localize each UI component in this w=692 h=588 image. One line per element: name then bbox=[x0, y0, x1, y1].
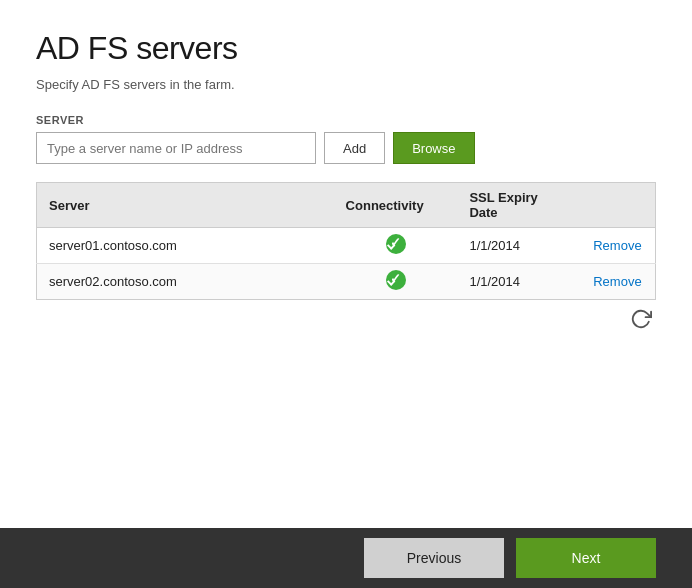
ssl-expiry-cell: 1/1/2014 bbox=[457, 228, 581, 264]
remove-link[interactable]: Remove bbox=[593, 238, 641, 253]
server-input-row: Add Browse bbox=[36, 132, 656, 164]
col-header-connectivity: Connectivity bbox=[334, 183, 458, 228]
server-field-label: SERVER bbox=[36, 114, 656, 126]
add-button[interactable]: Add bbox=[324, 132, 385, 164]
footer-bar: Previous Next bbox=[0, 528, 692, 588]
table-header: Server Connectivity SSL Expiry Date bbox=[37, 183, 656, 228]
col-header-server: Server bbox=[37, 183, 334, 228]
col-header-action bbox=[581, 183, 655, 228]
col-header-ssl: SSL Expiry Date bbox=[457, 183, 581, 228]
server-table: Server Connectivity SSL Expiry Date serv… bbox=[36, 182, 656, 300]
table-body: server01.contoso.com1/1/2014Removeserver… bbox=[37, 228, 656, 300]
previous-button[interactable]: Previous bbox=[364, 538, 504, 578]
table-row: server02.contoso.com1/1/2014Remove bbox=[37, 264, 656, 300]
connectivity-ok-icon bbox=[386, 270, 406, 290]
page-title: AD FS servers bbox=[36, 30, 656, 67]
connectivity-cell bbox=[334, 264, 458, 300]
connectivity-ok-icon bbox=[386, 234, 406, 254]
browse-button[interactable]: Browse bbox=[393, 132, 474, 164]
next-button[interactable]: Next bbox=[516, 538, 656, 578]
connectivity-cell bbox=[334, 228, 458, 264]
server-cell: server02.contoso.com bbox=[37, 264, 334, 300]
server-input[interactable] bbox=[36, 132, 316, 164]
ssl-expiry-cell: 1/1/2014 bbox=[457, 264, 581, 300]
table-row: server01.contoso.com1/1/2014Remove bbox=[37, 228, 656, 264]
server-cell: server01.contoso.com bbox=[37, 228, 334, 264]
subtitle: Specify AD FS servers in the farm. bbox=[36, 77, 656, 92]
main-content: AD FS servers Specify AD FS servers in t… bbox=[0, 0, 692, 528]
action-cell: Remove bbox=[581, 228, 655, 264]
action-cell: Remove bbox=[581, 264, 655, 300]
remove-link[interactable]: Remove bbox=[593, 274, 641, 289]
refresh-area bbox=[36, 308, 656, 330]
refresh-icon[interactable] bbox=[630, 308, 652, 330]
